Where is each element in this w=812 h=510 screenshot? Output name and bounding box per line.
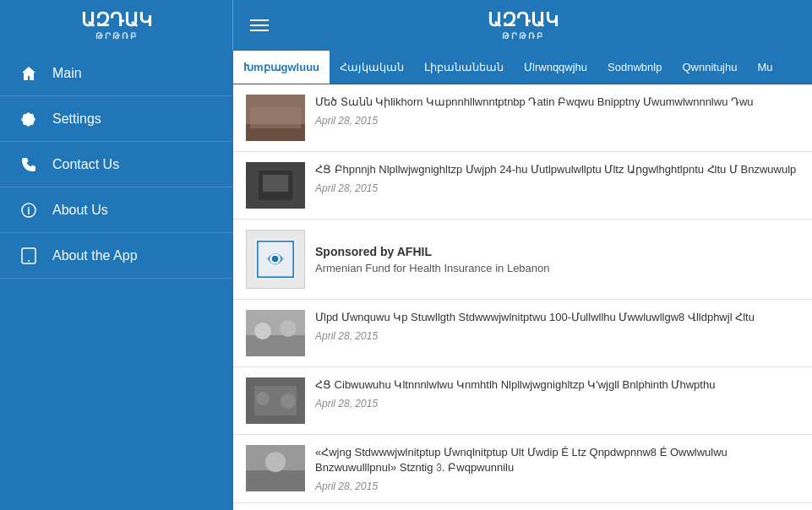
header: ԱԶԴԱԿ ԹՐԹՌԲ ԱԶԴԱԿ ԹՐԹՌԲ (0, 0, 812, 51)
news-thumbnail (246, 377, 305, 424)
tab-culture[interactable]: Qwnnitujhu (672, 51, 747, 84)
news-title: Մlpd Մwnquwu Կp Stuwllgth Stdwwwjwlnitpt… (315, 310, 799, 325)
sidebar-label-main: Main (52, 66, 82, 81)
news-thumbnail (246, 162, 305, 209)
news-date: April 28, 2015 (315, 480, 799, 492)
tab-armenian[interactable]: Հայկական (330, 51, 414, 84)
sidebar-label-contact: Contact Us (52, 157, 119, 172)
sponsor-subtitle: Armenian Fund for Health Insurance in Le… (315, 262, 550, 274)
svg-rect-6 (250, 107, 301, 128)
sidebar-label-about-app: About the App (52, 248, 138, 263)
sponsor-logo (246, 230, 305, 289)
sidebar-label-about-us: About Us (52, 203, 108, 218)
sidebar-item-settings[interactable]: Settings (0, 96, 233, 142)
news-body: ՀՑ Բhpnnjh Nlpllwjwgnighltzp Մwjph 24-hu… (315, 162, 799, 194)
sidebar-label-settings: Settings (52, 111, 101, 127)
svg-point-3 (28, 260, 30, 262)
logo-center: ԱԶԴԱԿ ԹՐԹՌԲ (488, 10, 559, 40)
svg-text:i: i (27, 205, 30, 217)
header-logo-left: ԱԶԴԱԿ ԹՐԹՌԲ (0, 0, 233, 51)
svg-point-13 (272, 256, 279, 263)
news-title: Մեծ Տանն Կիlikhorn Կաpnnhllwnntptnbp Դat… (315, 95, 799, 110)
tab-lebanese[interactable]: Լիբանանեան (414, 51, 514, 84)
news-item[interactable]: Մեծ Տանն Կիlikhorn Կաpnnhllwnntptnbp Դat… (233, 84, 812, 152)
news-item[interactable]: ՀՑ Cibwuwuhu Կltnnnlwlwu Կnmhtlh Nlpllwj… (233, 367, 812, 435)
svg-point-24 (265, 452, 286, 472)
news-item[interactable]: Մlpd Մwnquwu Կp Stuwllgth Stdwwwjwlnitpt… (233, 300, 812, 367)
tab-international[interactable]: Խmբաgwluuu (233, 51, 330, 84)
news-title: «Հwjng Stdwwwjwlnitptup Մwnqlnitptup Ult… (315, 445, 799, 475)
tab-middle-east[interactable]: Մlrwnqqwjhu (514, 51, 597, 84)
sidebar-item-about-app[interactable]: About the App (0, 233, 233, 279)
news-body: «Հwjng Stdwwwjwlnitptup Մwnqlnitptup Ult… (315, 445, 799, 492)
content-area: Խmբաgwluuu Հայկական Լիբանանեան Մlrwnqqwj… (233, 51, 812, 510)
info-icon: i (17, 202, 41, 219)
news-body: Մեծ Տանն Կիlikhorn Կաpnnhllwnntptnbp Դat… (315, 95, 799, 127)
sidebar-item-contact[interactable]: Contact Us (0, 142, 233, 187)
news-date: April 28, 2015 (315, 330, 799, 342)
tab-more[interactable]: Mu (747, 51, 782, 84)
news-title: ՀՑ Cibwuwuhu Կltnnnlwlwu Կnmhtlh Nlpllwj… (315, 377, 799, 393)
logo-left: ԱԶԴԱԿ ԹՐԹՌԲ (81, 10, 152, 40)
news-thumbnail (246, 310, 305, 356)
news-body: ՀՑ Cibwuwuhu Կltnnnlwlwu Կnmhtlh Nlpllwj… (315, 377, 799, 410)
sponsor-body: Sponsored by AFHIL Armenian Fund for Hea… (315, 245, 550, 274)
svg-point-21 (281, 393, 296, 409)
tablet-icon (17, 247, 41, 264)
svg-point-17 (280, 320, 297, 337)
header-right: ԱԶԴԱԿ ԹՐԹՌԲ (233, 0, 812, 51)
sponsor-title: Sponsored by AFHIL (315, 245, 550, 258)
hamburger-button[interactable] (250, 19, 269, 31)
sidebar-item-main[interactable]: Main (0, 51, 233, 96)
nav-tabs: Խmբաgwluuu Հայկական Լիբանանեան Մlrwnqqwj… (233, 51, 812, 84)
news-thumbnail (246, 445, 305, 491)
news-date: April 28, 2015 (315, 115, 799, 127)
news-item[interactable]: ՀՑ Բhpnnjh Nlpllwjwgnighltzp Մwjph 24-hu… (233, 152, 812, 220)
svg-rect-9 (263, 175, 288, 192)
news-date: April 28, 2015 (315, 182, 799, 194)
home-icon (17, 65, 41, 82)
news-item[interactable]: «Հwjng Stdwwwjwlnitptup Մwnqlnitptup Ult… (233, 435, 812, 503)
news-list: Մեծ Տանն Կիlikhorn Կաpnnhllwnntptnbp Դat… (233, 84, 812, 503)
tab-sports[interactable]: Sodnwbnlp (597, 51, 672, 84)
news-thumbnail (246, 95, 305, 141)
sponsored-item[interactable]: Sponsored by AFHIL Armenian Fund for Hea… (233, 220, 812, 300)
news-title: ՀՑ Բhpnnjh Nlpllwjwgnighltzp Մwjph 24-hu… (315, 162, 799, 177)
news-date: April 28, 2015 (315, 398, 799, 410)
sidebar: Main Settings Contact Us i (0, 51, 233, 510)
svg-point-20 (256, 392, 270, 405)
gear-icon (17, 111, 41, 128)
svg-rect-15 (246, 335, 305, 356)
main-layout: Main Settings Contact Us i (0, 51, 812, 510)
svg-rect-23 (246, 470, 305, 491)
sidebar-item-about-us[interactable]: i About Us (0, 187, 233, 233)
svg-point-16 (254, 323, 271, 339)
news-body: Մlpd Մwnquwu Կp Stuwllgth Stdwwwjwlnitpt… (315, 310, 799, 342)
phone-icon (17, 156, 41, 173)
